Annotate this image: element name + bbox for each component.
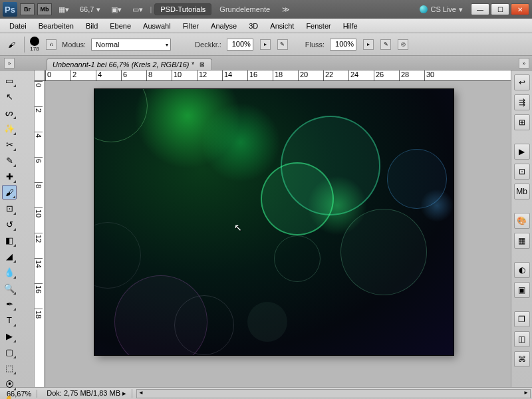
3d-camera-tool-icon[interactable]: ⦿ xyxy=(2,376,17,391)
blur-tool-icon[interactable]: 💧 xyxy=(2,265,17,279)
minibridge-badge[interactable]: Mb xyxy=(37,3,52,15)
screen-mode-icon[interactable]: ▭▾ xyxy=(128,5,147,14)
history-panel-icon[interactable]: ↩ xyxy=(514,74,530,90)
brush-preset-picker[interactable]: 178 xyxy=(30,37,39,52)
channels-panel-icon[interactable]: ◫ xyxy=(514,331,530,347)
menu-bearbeiten[interactable]: Bearbeiten xyxy=(33,21,79,31)
tool-preset-icon[interactable]: 🖌 xyxy=(4,37,19,52)
menu-analyse[interactable]: Analyse xyxy=(205,21,242,31)
layers-panel-icon[interactable]: ❒ xyxy=(514,311,530,327)
airbrush-icon[interactable]: ✎ xyxy=(380,39,391,50)
opacity-label: Deckkr.: xyxy=(195,41,221,49)
masks-panel-icon[interactable]: ▣ xyxy=(514,282,530,298)
document-tab-bar: » Unbenannt-1 bei 66,7% (Kreis 2, RGB/16… xyxy=(0,56,532,70)
mode-label: Modus: xyxy=(62,41,86,49)
workspace-more-icon[interactable]: ≫ xyxy=(278,5,294,14)
canvas-area: 024681012141618202224262830 024681012141… xyxy=(35,70,511,387)
workspace-grundelemente[interactable]: Grundelemente xyxy=(214,4,275,15)
menu-3d[interactable]: 3D xyxy=(243,21,263,31)
vertical-ruler[interactable]: 024681012141618 xyxy=(35,81,45,387)
menu-bar: Datei Bearbeiten Bild Ebene Auswahl Filt… xyxy=(0,19,532,33)
menu-bild[interactable]: Bild xyxy=(80,21,103,31)
brush-size-label: 178 xyxy=(30,46,39,52)
app-logo: Ps xyxy=(3,2,17,17)
flow-flyout-icon[interactable]: ▸ xyxy=(363,39,374,50)
main-area: ▭ ↖ ᔕ ✨ ✂ ✎ ✚ 🖌 ⊡ ↺ ◧ ◢ 💧 🔍 ✒ T ▶ ▢ ⬚ ⦿ … xyxy=(0,70,532,387)
menu-ebene[interactable]: Ebene xyxy=(104,21,136,31)
zoom-value: 66,7 xyxy=(80,5,94,13)
horizontal-scrollbar[interactable] xyxy=(136,389,531,398)
menu-hilfe[interactable]: Hilfe xyxy=(338,21,363,31)
swatches-panel-icon[interactable]: ▦ xyxy=(514,233,530,249)
tool-presets-panel-icon[interactable]: ⊞ xyxy=(514,114,530,130)
brush-panel-icon[interactable]: ▶ xyxy=(514,144,530,160)
marquee-tool-icon[interactable]: ↖ xyxy=(2,89,17,104)
pen-tool-icon[interactable]: ✒ xyxy=(2,297,17,311)
magic-wand-tool-icon[interactable]: ✨ xyxy=(2,121,17,136)
mb-panel-icon[interactable]: Mb xyxy=(514,184,530,200)
menu-ansicht[interactable]: Ansicht xyxy=(265,21,299,31)
blend-mode-dropdown[interactable]: Normal xyxy=(91,39,171,51)
mouse-cursor-icon: ↖ xyxy=(234,222,242,233)
workspace-psd-tutorials[interactable]: PSD-Tutorials xyxy=(154,3,211,15)
eyedropper-tool-icon[interactable]: ✎ xyxy=(2,153,17,168)
stamp-tool-icon[interactable]: ⊡ xyxy=(2,201,17,215)
ruler-origin[interactable] xyxy=(35,70,45,81)
opacity-field[interactable]: 100% xyxy=(227,39,253,51)
title-bar: Ps Br Mb ▦▾ 66,7 ▾ ▣▾ ▭▾ | PSD-Tutorials… xyxy=(0,0,532,19)
flow-field[interactable]: 100% xyxy=(330,39,356,51)
separator: | xyxy=(150,5,152,13)
document-tab-close-icon[interactable]: ⊠ xyxy=(198,61,206,68)
toolbox: ▭ ↖ ᔕ ✨ ✂ ✎ ✚ 🖌 ⊡ ↺ ◧ ◢ 💧 🔍 ✒ T ▶ ▢ ⬚ ⦿ … xyxy=(0,70,35,387)
brush-panel-toggle-icon[interactable]: ⎌ xyxy=(46,39,57,50)
status-bar: 66,67% Dok: 2,75 MB/1,83 MB ▸ xyxy=(0,387,532,399)
document-tab-title: Unbenannt-1 bei 66,7% (Kreis 2, RGB/16) … xyxy=(53,61,194,68)
type-tool-icon[interactable]: T xyxy=(2,313,17,327)
flow-label: Fluss: xyxy=(305,41,325,49)
adjustments-panel-icon[interactable]: ◐ xyxy=(514,262,530,278)
shape-tool-icon[interactable]: ▢ xyxy=(2,344,17,359)
minimize-button[interactable]: — xyxy=(471,3,489,15)
status-doc-info[interactable]: Dok: 2,75 MB/1,83 MB ▸ xyxy=(41,389,132,398)
move-tool-icon[interactable]: ▭ xyxy=(2,73,17,88)
brush-tool-icon[interactable]: 🖌 xyxy=(2,185,17,200)
cs-live-button[interactable]: CS Live ▾ xyxy=(420,5,463,14)
right-panel-dock: ↩ ⇶ ⊞ ▶ ⊡ Mb 🎨 ▦ ◐ ▣ ❒ ◫ ⌘ xyxy=(511,70,532,387)
document-tab[interactable]: Unbenannt-1 bei 66,7% (Kreis 2, RGB/16) … xyxy=(47,59,212,70)
crop-tool-icon[interactable]: ✂ xyxy=(2,137,17,152)
tab-overflow-right-icon[interactable]: » xyxy=(519,58,529,68)
horizontal-ruler[interactable]: 024681012141618202224262830 xyxy=(45,70,511,81)
path-select-tool-icon[interactable]: ▶ xyxy=(2,329,17,343)
canvas[interactable]: ↖ xyxy=(94,89,454,355)
maximize-button[interactable]: ☐ xyxy=(491,3,509,15)
actions-panel-icon[interactable]: ⇶ xyxy=(514,94,530,110)
paths-panel-icon[interactable]: ⌘ xyxy=(514,351,530,367)
bridge-badge[interactable]: Br xyxy=(20,3,35,15)
menu-datei[interactable]: Datei xyxy=(4,21,32,31)
gradient-tool-icon[interactable]: ◢ xyxy=(2,249,17,263)
menu-auswahl[interactable]: Auswahl xyxy=(138,21,176,31)
healing-tool-icon[interactable]: ✚ xyxy=(2,169,17,184)
history-brush-tool-icon[interactable]: ↺ xyxy=(2,217,17,231)
close-button[interactable]: ✕ xyxy=(511,3,529,15)
menu-fenster[interactable]: Fenster xyxy=(301,21,336,31)
tablet-pressure-icon[interactable]: ◎ xyxy=(398,39,408,50)
layout-dropdown-icon[interactable]: ▦▾ xyxy=(55,5,73,14)
3d-tool-icon[interactable]: ⬚ xyxy=(2,360,17,375)
lasso-tool-icon[interactable]: ᔕ xyxy=(2,105,17,120)
view-mode-icon[interactable]: ▣▾ xyxy=(107,5,126,14)
dodge-tool-icon[interactable]: 🔍 xyxy=(2,281,17,295)
options-bar: 🖌 178 ⎌ Modus: Normal Deckkr.: 100% ▸ ✎ … xyxy=(0,33,532,56)
color-panel-icon[interactable]: 🎨 xyxy=(514,213,530,229)
cs-live-label: CS Live xyxy=(430,5,456,13)
tab-overflow-left-icon[interactable]: » xyxy=(4,58,15,68)
eraser-tool-icon[interactable]: ◧ xyxy=(2,233,17,247)
menu-filter[interactable]: Filter xyxy=(178,21,204,31)
opacity-flyout-icon[interactable]: ▸ xyxy=(260,39,271,50)
cs-live-icon xyxy=(420,5,428,13)
opacity-pressure-icon[interactable]: ✎ xyxy=(277,39,288,50)
zoom-display[interactable]: 66,7 ▾ xyxy=(76,5,104,14)
clone-panel-icon[interactable]: ⊡ xyxy=(514,164,530,180)
hand-tool-icon[interactable]: ✋ xyxy=(2,392,17,399)
